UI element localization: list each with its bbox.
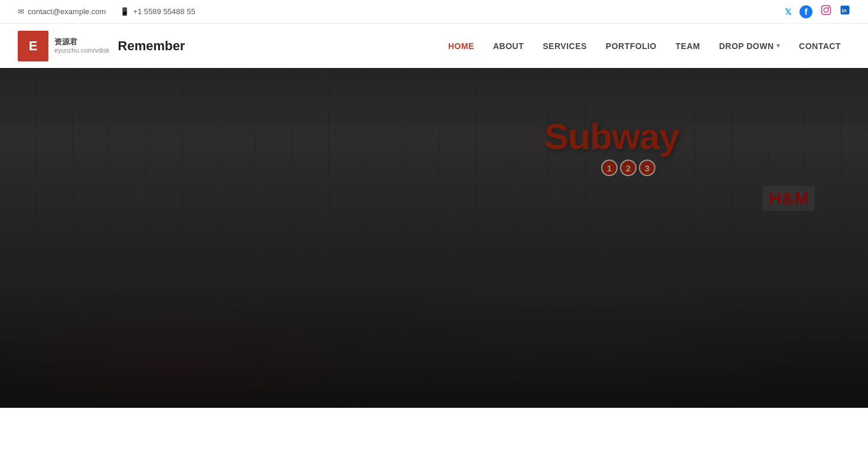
- nav-item-contact[interactable]: CONTACT: [789, 35, 850, 57]
- linkedin-link[interactable]: in: [840, 5, 850, 18]
- nav-item-home[interactable]: HOME: [439, 35, 484, 57]
- hero-section: Subway 123 H&M: [0, 68, 868, 408]
- logo-tagline: Remember: [118, 38, 185, 54]
- navbar: E 资源君 eyunzhu.com/vdisk Remember HOMEABO…: [0, 24, 868, 68]
- dropdown-chevron-icon: ▾: [776, 42, 781, 50]
- nav-item-team[interactable]: TEAM: [666, 35, 710, 57]
- phone-info: 📱 +1 5589 55488 55: [120, 7, 195, 16]
- nav-item-services[interactable]: SERVICES: [533, 35, 596, 57]
- logo-sub: eyunzhu.com/vdisk: [54, 47, 110, 54]
- hero-background: Subway 123 H&M: [0, 68, 868, 408]
- hero-overlay: [0, 68, 868, 408]
- email-address: contact@example.com: [28, 7, 106, 16]
- email-info: ✉ contact@example.com: [18, 7, 106, 16]
- below-hero: [0, 408, 868, 461]
- nav-menu: HOMEABOUTSERVICESPORTFOLIOTEAMDROP DOWN …: [439, 35, 850, 57]
- twitter-link[interactable]: 𝕏: [785, 7, 791, 17]
- topbar-contact-info: ✉ contact@example.com 📱 +1 5589 55488 55: [18, 7, 195, 16]
- logo-icon: E: [18, 31, 48, 61]
- email-icon: ✉: [18, 7, 24, 16]
- social-links: 𝕏 f in: [785, 5, 850, 18]
- nav-item-drop-down[interactable]: DROP DOWN ▾: [710, 35, 789, 57]
- svg-text:in: in: [842, 8, 847, 14]
- phone-number: +1 5589 55488 55: [133, 7, 195, 16]
- linkedin-icon: in: [840, 5, 850, 18]
- facebook-link[interactable]: f: [800, 5, 812, 18]
- logo-chinese: 资源君: [54, 37, 110, 47]
- svg-point-1: [824, 8, 828, 12]
- nav-item-portfolio[interactable]: PORTFOLIO: [596, 35, 666, 57]
- logo-link[interactable]: E 资源君 eyunzhu.com/vdisk Remember: [18, 31, 185, 61]
- logo-text: 资源君 eyunzhu.com/vdisk: [54, 37, 110, 54]
- topbar: ✉ contact@example.com 📱 +1 5589 55488 55…: [0, 0, 868, 24]
- svg-point-2: [828, 7, 829, 8]
- twitter-icon: 𝕏: [785, 7, 791, 17]
- instagram-link[interactable]: [821, 5, 831, 18]
- svg-rect-0: [822, 6, 831, 15]
- phone-icon: 📱: [120, 7, 129, 16]
- nav-item-about[interactable]: ABOUT: [484, 35, 533, 57]
- facebook-icon: f: [805, 7, 808, 17]
- instagram-icon: [821, 5, 831, 18]
